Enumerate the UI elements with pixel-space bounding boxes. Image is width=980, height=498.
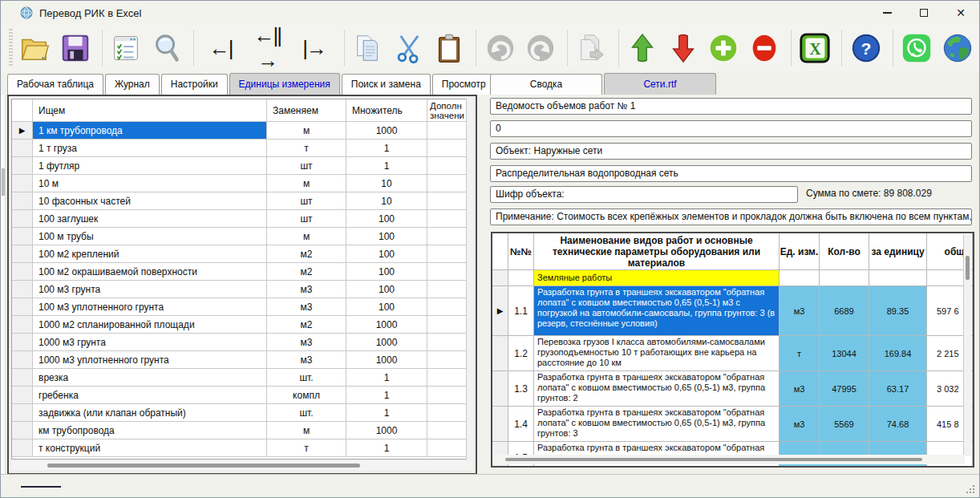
add-button[interactable] (705, 29, 743, 67)
cell-quantity[interactable]: 5569 (820, 407, 869, 442)
cell-multiplier[interactable]: 100 (346, 298, 427, 316)
work-row[interactable]: 1.3Разработка грунта в траншеях экскават… (492, 371, 973, 407)
works-table-vscrollbar[interactable] (963, 235, 971, 456)
cell-replace[interactable]: м3 (267, 298, 346, 316)
cell-replace[interactable]: шт (267, 192, 346, 210)
cell-unit[interactable]: м3 (780, 286, 820, 336)
close-button[interactable]: ✕ (942, 1, 979, 25)
cell-multiplier[interactable]: 1000 (346, 122, 427, 140)
work-row[interactable]: 1.4Разработка грунта в траншеях экскават… (492, 407, 973, 442)
column-header-per-unit[interactable]: за единицу (869, 233, 927, 270)
cell-replace[interactable]: т (267, 439, 346, 457)
excel-button[interactable]: X (796, 29, 834, 67)
toolbar-grip[interactable] (9, 29, 13, 67)
column-header-number[interactable]: №№ (508, 233, 534, 270)
cell-replace[interactable]: м (267, 122, 346, 140)
cell-search[interactable]: 1 км трубопровода (33, 122, 267, 140)
cell-replace[interactable]: шт (267, 157, 346, 175)
cell-replace[interactable]: м2 (267, 316, 346, 334)
left-tab-журнал[interactable]: Журнал (105, 74, 160, 95)
column-header-search[interactable]: Ищем (33, 99, 267, 122)
column-header-unit[interactable]: Ед. изм. (780, 233, 820, 270)
cell-multiplier[interactable]: 1 (346, 439, 427, 457)
cell-per-unit[interactable]: 169.84 (869, 336, 927, 371)
works-table-hscroll-thumb[interactable] (505, 458, 922, 461)
left-tab-поиск-и-замена[interactable]: Поиск и замена (342, 74, 431, 95)
cell-search[interactable]: 100 м3 уплотненного грунта (33, 298, 267, 316)
cell-multiplier[interactable]: 1000 (346, 316, 427, 334)
section-row[interactable]: Земляные работы (492, 270, 973, 286)
cell-per-unit[interactable]: 63.17 (869, 371, 927, 407)
cell-search[interactable]: км трубопровода (33, 422, 267, 439)
cell-section-name[interactable]: Земляные работы (534, 270, 780, 286)
cell-search[interactable]: 100 м2 окрашиваемой поверхности (33, 263, 267, 281)
settings-checklist-button[interactable] (107, 29, 145, 67)
whatsapp-button[interactable] (898, 29, 936, 67)
unit-row[interactable]: задвижка (или клапан обратный)шт.1 (12, 404, 472, 422)
work-row[interactable]: 1.2Перевозка грузов I класса автомобилям… (492, 336, 973, 371)
cell-search[interactable]: 100 м2 креплений (33, 245, 267, 263)
cell-search[interactable]: 10 фасонных частей (33, 192, 267, 210)
object-field[interactable]: Объект: Наружные сети (490, 143, 972, 160)
cell-search[interactable]: 1 т груза (33, 140, 267, 157)
cell-multiplier[interactable]: 1000 (346, 351, 427, 369)
cell-search[interactable]: врезка (33, 369, 267, 387)
clipboard-button[interactable] (431, 29, 468, 67)
left-tab-настройки[interactable]: Настройки (161, 74, 228, 95)
unit-row[interactable]: врезкашт.1 (12, 369, 472, 387)
cell-number[interactable]: 1.4 (508, 407, 534, 442)
column-header-quantity[interactable]: Кол-во (820, 233, 869, 270)
left-edge-scrollbar[interactable] (1, 95, 6, 475)
collapse-right-button[interactable]: |→ (292, 29, 335, 67)
right-tab-сводка[interactable]: Сводка (490, 74, 602, 95)
cell-search[interactable]: 100 заглушек (33, 210, 267, 228)
undo-button[interactable] (481, 29, 519, 67)
doc-title-field[interactable]: Ведомость объемов работ № 1 (490, 98, 972, 115)
unit-row[interactable]: 1000 м2 спланированной площадим21000 (12, 316, 472, 334)
column-header-name[interactable]: Наименование видов работ и основные техн… (534, 233, 780, 270)
globe-button[interactable] (938, 29, 976, 67)
works-table-hscrollbar[interactable] (494, 455, 965, 464)
cell-replace[interactable]: шт. (267, 369, 346, 387)
arrow-down-button[interactable] (664, 29, 702, 67)
cell-per-unit[interactable]: 74.68 (869, 407, 927, 442)
units-table-hscroll-thumb[interactable] (47, 464, 360, 468)
cell-multiplier[interactable]: 1 (346, 404, 427, 422)
cell-search[interactable]: 1000 м3 грунта (33, 334, 267, 351)
cell-unit[interactable]: т (780, 336, 820, 371)
save-button[interactable] (56, 29, 94, 67)
cell-quantity[interactable] (820, 270, 869, 286)
arrow-up-button[interactable] (624, 29, 662, 67)
zero-field[interactable]: 0 (490, 120, 972, 137)
unit-row[interactable]: 100 м3 грунтам3100 (12, 281, 472, 298)
left-tab-единицы-измерения[interactable]: Единицы измерения (229, 73, 340, 95)
unit-row[interactable]: т конструкцийт1 (12, 439, 472, 457)
unit-row[interactable]: 10 фасонных частейшт10 (12, 192, 472, 210)
open-folder-button[interactable] (16, 29, 54, 67)
cell-multiplier[interactable]: 1 (346, 387, 427, 404)
cell-replace[interactable]: компл (267, 387, 346, 404)
cell-search[interactable]: 1 футляр (33, 157, 267, 175)
cell-multiplier[interactable]: 100 (346, 281, 427, 298)
unit-row[interactable]: 1000 м3 грунтам31000 (12, 334, 472, 351)
collapse-left-button[interactable]: ←| (199, 29, 242, 67)
unit-row[interactable]: 1 т грузат1 (12, 140, 472, 157)
export-document-button[interactable] (573, 29, 610, 67)
cell-multiplier[interactable]: 1 (346, 369, 427, 387)
column-header-replace[interactable]: Заменяем (267, 99, 346, 122)
cell-search[interactable]: гребенка (33, 387, 267, 404)
resize-grip[interactable] (965, 484, 974, 493)
copy-button[interactable] (350, 29, 387, 67)
cell-search[interactable]: 100 м трубы (33, 228, 267, 245)
cell-multiplier[interactable]: 10 (346, 192, 427, 210)
unit-row[interactable]: 100 заглушекшт100 (12, 210, 472, 228)
cell-multiplier[interactable]: 100 (346, 263, 427, 281)
unit-row[interactable]: км трубопроводам1000 (12, 422, 472, 439)
units-table-vscrollbar[interactable] (466, 99, 473, 460)
unit-row[interactable]: 1 футляршт1 (12, 157, 472, 175)
cell-work-name[interactable]: Разработка грунта в траншеях экскаваторо… (534, 286, 780, 336)
cell-replace[interactable]: м3 (267, 351, 346, 369)
left-tab-рабочая-таблица[interactable]: Рабочая таблица (7, 74, 103, 95)
cell-multiplier[interactable]: 1 (346, 140, 427, 157)
cell-multiplier[interactable]: 1 (346, 157, 427, 175)
